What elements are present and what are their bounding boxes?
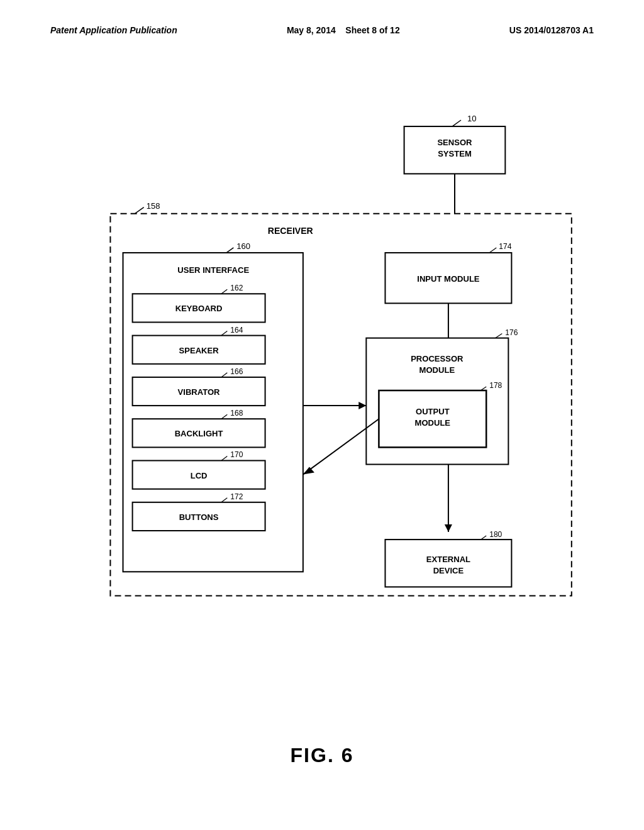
external-device-label1: EXTERNAL	[426, 555, 470, 564]
diagram-area: 10 SENSOR SYSTEM 158 RECEIVER 160 USER I…	[50, 82, 594, 704]
receiver-label: RECEIVER	[268, 226, 313, 236]
date-sheet-label: May 8, 2014 Sheet 8 of 12	[287, 25, 400, 35]
header: Patent Application Publication May 8, 20…	[0, 25, 644, 35]
processor-ref: 176	[505, 328, 518, 337]
sensor-system-label1: SENSOR	[437, 138, 472, 147]
publication-label: Patent Application Publication	[50, 25, 177, 35]
processor-label2: MODULE	[419, 365, 455, 375]
figure-label: FIG. 6	[0, 744, 644, 767]
speaker-ref: 164	[230, 326, 243, 335]
backlight-label: BACKLIGHT	[175, 429, 223, 438]
processor-label1: PROCESSOR	[411, 354, 464, 363]
keyboard-label: KEYBOARD	[175, 304, 223, 313]
input-module-ref: 174	[499, 242, 511, 251]
ui-ref: 160	[236, 241, 250, 251]
buttons-ref: 172	[230, 492, 243, 501]
patent-number-label: US 2014/0128703 A1	[509, 25, 594, 35]
lcd-ref: 170	[230, 450, 243, 459]
external-device-label2: DEVICE	[433, 566, 464, 575]
output-module-label2: MODULE	[415, 418, 451, 428]
ui-label: USER INTERFACE	[177, 265, 249, 275]
output-module-ref: 178	[489, 381, 502, 390]
external-device-ref: 180	[489, 530, 502, 539]
buttons-label: BUTTONS	[179, 512, 219, 522]
vibrator-label: VIBRATOR	[178, 387, 221, 397]
keyboard-ref: 162	[230, 284, 243, 292]
svg-line-1	[135, 208, 144, 214]
speaker-label: SPEAKER	[179, 346, 219, 355]
output-module-label1: OUTPUT	[416, 407, 450, 416]
sensor-system-label2: SYSTEM	[438, 149, 472, 158]
svg-line-0	[452, 120, 461, 126]
diagram-svg: 10 SENSOR SYSTEM 158 RECEIVER 160 USER I…	[50, 82, 594, 704]
page: Patent Application Publication May 8, 20…	[0, 0, 644, 830]
date-label: May 8, 2014	[287, 25, 336, 35]
input-module-label: INPUT MODULE	[417, 274, 480, 284]
lcd-label: LCD	[191, 471, 208, 480]
vibrator-ref: 166	[230, 367, 243, 376]
sensor-system-ref: 10	[467, 114, 477, 123]
receiver-ref: 158	[147, 201, 160, 211]
backlight-ref: 168	[230, 409, 243, 418]
sheet-label: Sheet 8 of 12	[345, 25, 399, 35]
